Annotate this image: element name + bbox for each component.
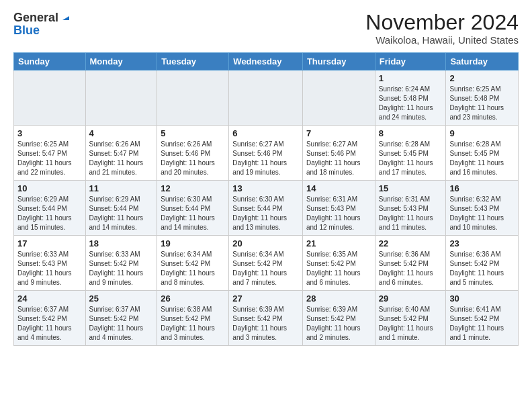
day-number: 19 bbox=[161, 238, 225, 248]
day-number: 4 bbox=[89, 128, 154, 138]
day-info: Sunrise: 6:34 AM Sunset: 5:42 PM Dayligh… bbox=[232, 250, 299, 287]
day-info: Sunrise: 6:29 AM Sunset: 5:44 PM Dayligh… bbox=[17, 195, 82, 232]
day-info: Sunrise: 6:36 AM Sunset: 5:42 PM Dayligh… bbox=[379, 250, 443, 287]
svg-marker-0 bbox=[62, 16, 69, 20]
calendar-cell: 13Sunrise: 6:30 AM Sunset: 5:44 PM Dayli… bbox=[229, 181, 303, 236]
calendar-cell bbox=[14, 71, 86, 126]
day-info: Sunrise: 6:26 AM Sunset: 5:46 PM Dayligh… bbox=[161, 140, 225, 177]
calendar-cell: 10Sunrise: 6:29 AM Sunset: 5:44 PM Dayli… bbox=[14, 181, 86, 236]
calendar-cell: 22Sunrise: 6:36 AM Sunset: 5:42 PM Dayli… bbox=[375, 236, 446, 291]
day-number: 22 bbox=[379, 238, 443, 248]
day-info: Sunrise: 6:28 AM Sunset: 5:45 PM Dayligh… bbox=[379, 140, 443, 177]
weekday-header: Thursday bbox=[302, 53, 375, 71]
day-info: Sunrise: 6:28 AM Sunset: 5:45 PM Dayligh… bbox=[449, 140, 515, 177]
calendar-cell: 30Sunrise: 6:41 AM Sunset: 5:42 PM Dayli… bbox=[446, 291, 519, 346]
day-number: 10 bbox=[17, 183, 82, 193]
calendar-table: SundayMondayTuesdayWednesdayThursdayFrid… bbox=[13, 52, 519, 346]
logo-blue-text: Blue bbox=[13, 24, 40, 36]
calendar-cell: 28Sunrise: 6:39 AM Sunset: 5:42 PM Dayli… bbox=[302, 291, 375, 346]
weekday-header: Sunday bbox=[14, 53, 86, 71]
day-info: Sunrise: 6:34 AM Sunset: 5:42 PM Dayligh… bbox=[161, 250, 225, 287]
day-number: 17 bbox=[17, 238, 82, 248]
day-info: Sunrise: 6:33 AM Sunset: 5:43 PM Dayligh… bbox=[17, 250, 82, 287]
calendar-cell: 16Sunrise: 6:32 AM Sunset: 5:43 PM Dayli… bbox=[446, 181, 519, 236]
day-number: 30 bbox=[449, 293, 515, 304]
calendar-cell: 6Sunrise: 6:27 AM Sunset: 5:46 PM Daylig… bbox=[229, 126, 303, 181]
day-info: Sunrise: 6:29 AM Sunset: 5:44 PM Dayligh… bbox=[89, 195, 154, 232]
day-info: Sunrise: 6:31 AM Sunset: 5:43 PM Dayligh… bbox=[306, 195, 371, 232]
day-number: 16 bbox=[449, 183, 515, 193]
day-number: 1 bbox=[379, 73, 443, 83]
day-number: 28 bbox=[306, 293, 371, 304]
calendar-week-row: 24Sunrise: 6:37 AM Sunset: 5:42 PM Dayli… bbox=[14, 291, 519, 346]
day-info: Sunrise: 6:30 AM Sunset: 5:44 PM Dayligh… bbox=[161, 195, 225, 232]
day-number: 26 bbox=[161, 293, 225, 304]
day-info: Sunrise: 6:41 AM Sunset: 5:42 PM Dayligh… bbox=[449, 305, 515, 342]
calendar-cell: 25Sunrise: 6:37 AM Sunset: 5:42 PM Dayli… bbox=[85, 291, 157, 346]
calendar-cell: 18Sunrise: 6:33 AM Sunset: 5:42 PM Dayli… bbox=[85, 236, 157, 291]
day-number: 25 bbox=[89, 293, 154, 304]
day-info: Sunrise: 6:25 AM Sunset: 5:47 PM Dayligh… bbox=[17, 140, 82, 177]
day-number: 23 bbox=[449, 238, 515, 248]
day-info: Sunrise: 6:33 AM Sunset: 5:42 PM Dayligh… bbox=[89, 250, 154, 287]
day-info: Sunrise: 6:24 AM Sunset: 5:48 PM Dayligh… bbox=[379, 85, 443, 122]
day-info: Sunrise: 6:27 AM Sunset: 5:46 PM Dayligh… bbox=[306, 140, 371, 177]
day-info: Sunrise: 6:27 AM Sunset: 5:46 PM Dayligh… bbox=[232, 140, 299, 177]
day-info: Sunrise: 6:37 AM Sunset: 5:42 PM Dayligh… bbox=[89, 305, 154, 342]
day-number: 9 bbox=[449, 128, 515, 138]
day-info: Sunrise: 6:36 AM Sunset: 5:42 PM Dayligh… bbox=[449, 250, 515, 287]
calendar-week-row: 3Sunrise: 6:25 AM Sunset: 5:47 PM Daylig… bbox=[14, 126, 519, 181]
logo: General Blue bbox=[13, 11, 71, 36]
day-info: Sunrise: 6:25 AM Sunset: 5:48 PM Dayligh… bbox=[449, 85, 515, 122]
day-number: 12 bbox=[161, 183, 225, 193]
calendar-cell: 27Sunrise: 6:39 AM Sunset: 5:42 PM Dayli… bbox=[229, 291, 303, 346]
day-number: 6 bbox=[232, 128, 299, 138]
calendar-cell: 8Sunrise: 6:28 AM Sunset: 5:45 PM Daylig… bbox=[375, 126, 446, 181]
logo-triangle-icon bbox=[60, 11, 71, 21]
calendar-cell: 24Sunrise: 6:37 AM Sunset: 5:42 PM Dayli… bbox=[14, 291, 86, 346]
calendar-cell: 5Sunrise: 6:26 AM Sunset: 5:46 PM Daylig… bbox=[157, 126, 229, 181]
header: General Blue November 2024 Waikoloa, Haw… bbox=[13, 11, 519, 46]
calendar-cell: 21Sunrise: 6:35 AM Sunset: 5:42 PM Dayli… bbox=[302, 236, 375, 291]
day-number: 3 bbox=[17, 128, 82, 138]
calendar-cell bbox=[302, 71, 375, 126]
logo-general-text: General bbox=[13, 11, 58, 24]
calendar-cell: 7Sunrise: 6:27 AM Sunset: 5:46 PM Daylig… bbox=[302, 126, 375, 181]
calendar-cell: 17Sunrise: 6:33 AM Sunset: 5:43 PM Dayli… bbox=[14, 236, 86, 291]
weekday-header: Friday bbox=[375, 53, 446, 71]
day-number: 11 bbox=[89, 183, 154, 193]
weekday-header: Monday bbox=[85, 53, 157, 71]
calendar-cell bbox=[157, 71, 229, 126]
day-info: Sunrise: 6:30 AM Sunset: 5:44 PM Dayligh… bbox=[232, 195, 299, 232]
day-number: 5 bbox=[161, 128, 225, 138]
day-number: 24 bbox=[17, 293, 82, 304]
calendar-week-row: 1Sunrise: 6:24 AM Sunset: 5:48 PM Daylig… bbox=[14, 71, 519, 126]
calendar-cell: 4Sunrise: 6:26 AM Sunset: 5:47 PM Daylig… bbox=[85, 126, 157, 181]
calendar-cell bbox=[229, 71, 303, 126]
calendar-cell: 15Sunrise: 6:31 AM Sunset: 5:43 PM Dayli… bbox=[375, 181, 446, 236]
day-number: 2 bbox=[449, 73, 515, 83]
day-info: Sunrise: 6:32 AM Sunset: 5:43 PM Dayligh… bbox=[449, 195, 515, 232]
calendar-header-row: SundayMondayTuesdayWednesdayThursdayFrid… bbox=[14, 53, 519, 71]
day-info: Sunrise: 6:35 AM Sunset: 5:42 PM Dayligh… bbox=[306, 250, 371, 287]
weekday-header: Tuesday bbox=[157, 53, 229, 71]
calendar-cell: 29Sunrise: 6:40 AM Sunset: 5:42 PM Dayli… bbox=[375, 291, 446, 346]
calendar-cell: 3Sunrise: 6:25 AM Sunset: 5:47 PM Daylig… bbox=[14, 126, 86, 181]
calendar-cell: 14Sunrise: 6:31 AM Sunset: 5:43 PM Dayli… bbox=[302, 181, 375, 236]
calendar-cell: 12Sunrise: 6:30 AM Sunset: 5:44 PM Dayli… bbox=[157, 181, 229, 236]
day-info: Sunrise: 6:39 AM Sunset: 5:42 PM Dayligh… bbox=[306, 305, 371, 342]
calendar-week-row: 10Sunrise: 6:29 AM Sunset: 5:44 PM Dayli… bbox=[14, 181, 519, 236]
calendar-cell: 11Sunrise: 6:29 AM Sunset: 5:44 PM Dayli… bbox=[85, 181, 157, 236]
day-number: 20 bbox=[232, 238, 299, 248]
day-info: Sunrise: 6:31 AM Sunset: 5:43 PM Dayligh… bbox=[379, 195, 443, 232]
page: General Blue November 2024 Waikoloa, Haw… bbox=[0, 0, 532, 357]
weekday-header: Saturday bbox=[446, 53, 519, 71]
day-number: 14 bbox=[306, 183, 371, 193]
calendar-cell bbox=[85, 71, 157, 126]
day-number: 8 bbox=[379, 128, 443, 138]
calendar-cell: 9Sunrise: 6:28 AM Sunset: 5:45 PM Daylig… bbox=[446, 126, 519, 181]
day-info: Sunrise: 6:40 AM Sunset: 5:42 PM Dayligh… bbox=[379, 305, 443, 342]
title-area: November 2024 Waikoloa, Hawaii, United S… bbox=[365, 11, 519, 46]
day-info: Sunrise: 6:26 AM Sunset: 5:47 PM Dayligh… bbox=[89, 140, 154, 177]
calendar-cell: 26Sunrise: 6:38 AM Sunset: 5:42 PM Dayli… bbox=[157, 291, 229, 346]
